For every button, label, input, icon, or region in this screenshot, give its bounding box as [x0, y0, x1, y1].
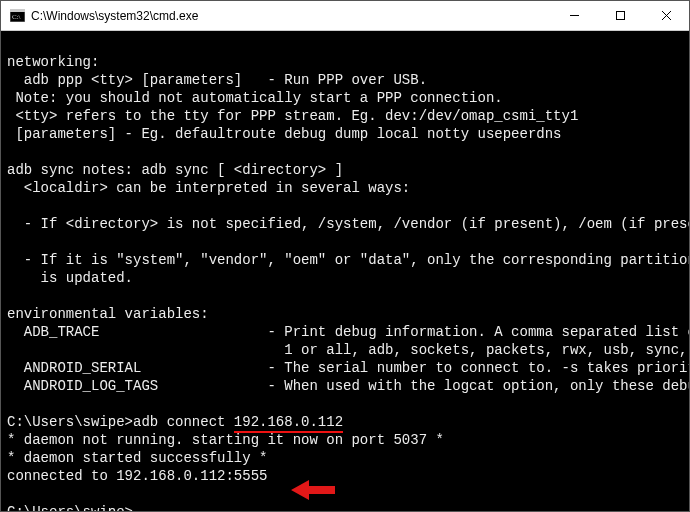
output-line: ANDROID_LOG_TAGS - When used with the lo… — [7, 378, 689, 394]
svg-text:C:\: C:\ — [12, 13, 21, 21]
output-line: is updated. — [7, 270, 133, 286]
prompt: C:\Users\swipe> — [7, 414, 133, 430]
cmd-icon: C:\ — [9, 8, 25, 24]
output-line: ANDROID_SERIAL - The serial number to co… — [7, 360, 689, 376]
output-line: * daemon not running. starting it now on… — [7, 432, 444, 448]
window-title: C:\Windows\system32\cmd.exe — [31, 9, 198, 23]
output-line: - If <directory> is not specified, /syst… — [7, 216, 689, 232]
titlebar[interactable]: C:\ C:\Windows\system32\cmd.exe — [1, 1, 689, 31]
svg-marker-7 — [291, 480, 335, 500]
terminal-output[interactable]: networking: adb ppp <tty> [parameters] -… — [1, 31, 689, 511]
svg-rect-4 — [616, 12, 624, 20]
output-line: <tty> refers to the tty for PPP stream. … — [7, 108, 578, 124]
ip-address-highlight: 192.168.0.112 — [234, 414, 343, 433]
output-line: networking: — [7, 54, 99, 70]
output-line: * daemon started successfully * — [7, 450, 267, 466]
output-line: connected to 192.168.0.112:5555 — [7, 468, 267, 484]
output-line: Note: you should not automatically start… — [7, 90, 503, 106]
output-line: ADB_TRACE - Print debug information. A c… — [7, 324, 689, 340]
annotation-arrow-icon — [291, 478, 335, 502]
output-line: <localdir> can be interpreted in several… — [7, 180, 410, 196]
maximize-button[interactable] — [597, 1, 643, 31]
output-line: 1 or all, adb, sockets, packets, rwx, us… — [7, 342, 689, 358]
minimize-button[interactable] — [551, 1, 597, 31]
output-line: - If it is "system", "vendor", "oem" or … — [7, 252, 689, 268]
close-button[interactable] — [643, 1, 689, 31]
prompt: C:\Users\swipe> — [7, 504, 133, 511]
cmd-window: C:\ C:\Windows\system32\cmd.exe networki… — [0, 0, 690, 512]
svg-rect-1 — [10, 9, 25, 12]
output-line: adb sync notes: adb sync [ <directory> ] — [7, 162, 343, 178]
output-line: adb ppp <tty> [parameters] - Run PPP ove… — [7, 72, 427, 88]
output-line: [parameters] - Eg. defaultroute debug du… — [7, 126, 562, 142]
output-line: environmental variables: — [7, 306, 209, 322]
command-text: adb connect — [133, 414, 234, 430]
